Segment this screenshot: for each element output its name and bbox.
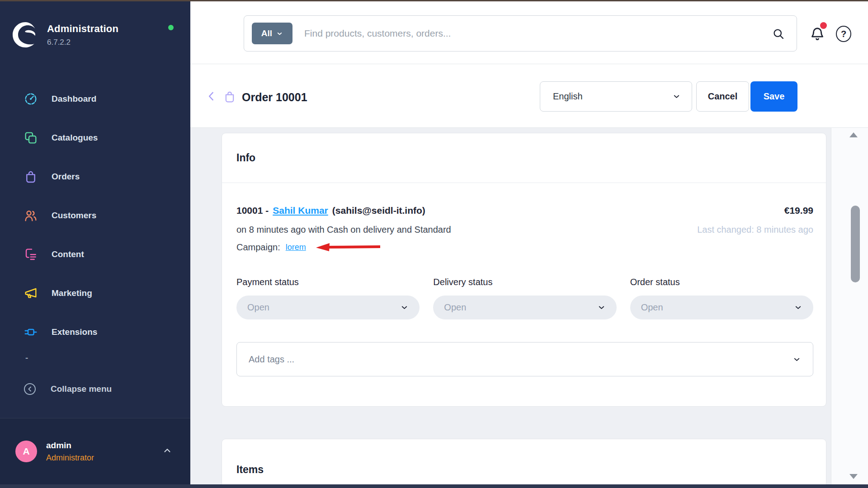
notifications-button[interactable] — [809, 26, 826, 43]
collapse-menu-button[interactable]: Collapse menu — [0, 377, 190, 401]
search-icon[interactable] — [772, 28, 785, 40]
gauge-icon — [24, 92, 38, 106]
shopware-logo — [11, 20, 40, 49]
sidebar-item-label: Marketing — [52, 288, 92, 298]
sidebar-item-label: Dashboard — [52, 94, 96, 104]
megaphone-icon — [24, 286, 38, 300]
tags-input[interactable] — [249, 354, 793, 365]
sidebar-item-label: Extensions — [52, 327, 97, 337]
global-search: All — [244, 15, 797, 52]
topbar: All ? — [190, 1, 868, 64]
payment-status-label: Payment status — [236, 277, 420, 287]
chevron-down-icon — [400, 303, 409, 312]
order-status-select[interactable]: Open — [630, 296, 813, 319]
content-icon — [24, 247, 38, 262]
info-card-header: Info — [222, 133, 826, 183]
sidebar-item-dashboard[interactable]: Dashboard — [0, 80, 190, 118]
sidebar-item-extensions[interactable]: Extensions — [0, 313, 190, 352]
chevron-down-icon — [793, 355, 801, 364]
tags-select[interactable] — [236, 342, 813, 376]
chevron-down-icon — [672, 92, 681, 101]
user-menu[interactable]: A admin Administrator — [0, 418, 190, 484]
payment-status-value: Open — [247, 302, 400, 313]
user-name: admin — [46, 441, 162, 450]
language-select[interactable]: English — [540, 81, 692, 112]
order-number: 10001 - — [236, 205, 269, 216]
user-role: Administrator — [46, 453, 162, 463]
sidebar-item-marketing[interactable]: Marketing — [0, 274, 190, 313]
sidebar-item-label: Catalogues — [52, 133, 98, 143]
order-status-label: Order status — [630, 277, 813, 287]
catalogues-icon — [24, 131, 38, 145]
sidebar-nav: Dashboard Catalogues Ord — [0, 80, 190, 352]
content-area: Info 10001 -Sahil Kumar(sahils@seidl-it.… — [190, 128, 868, 484]
info-card-title: Info — [236, 152, 255, 164]
page-header: Order 10001 English Cancel Save — [190, 64, 868, 128]
online-status-dot — [168, 25, 174, 30]
order-meta-line: on 8 minutes ago with Cash on delivery a… — [236, 223, 451, 236]
bag-icon — [24, 169, 38, 184]
red-arrow-annotation — [315, 242, 382, 252]
window-bottom-edge — [0, 484, 868, 488]
sidebar-item-orders[interactable]: Orders — [0, 157, 190, 196]
chevron-down-icon — [597, 303, 606, 312]
payment-status-select[interactable]: Open — [236, 296, 420, 319]
scrollbar-thumb[interactable] — [851, 206, 860, 282]
campaign-label: Campaign: — [236, 241, 280, 253]
sidebar-item-label: Orders — [52, 172, 80, 182]
app-title: Administration — [47, 23, 118, 35]
help-glyph: ? — [841, 29, 846, 39]
sidebar-item-content[interactable]: Content — [0, 235, 190, 274]
items-card-title: Items — [222, 439, 826, 476]
items-card: Items — [222, 439, 826, 484]
back-icon[interactable] — [206, 89, 217, 104]
help-button[interactable]: ? — [836, 26, 852, 43]
info-card: Info 10001 -Sahil Kumar(sahils@seidl-it.… — [222, 133, 826, 407]
app-version: 6.7.2.2 — [47, 38, 118, 47]
language-value: English — [553, 91, 672, 102]
order-bag-icon — [223, 90, 236, 103]
last-changed: Last changed: 8 minutes ago — [697, 223, 813, 236]
search-input[interactable] — [304, 28, 797, 39]
page-title: Order 10001 — [242, 91, 307, 104]
search-scope-label: All — [261, 28, 272, 38]
window-top-edge — [0, 0, 868, 1]
scroll-down-arrow[interactable] — [849, 474, 858, 479]
plug-icon — [24, 325, 38, 339]
order-status-value: Open — [641, 302, 794, 313]
sidebar-item-customers[interactable]: Customers — [0, 196, 190, 235]
cancel-button[interactable]: Cancel — [696, 81, 749, 112]
sidebar: Administration 6.7.2.2 Dashboard — [0, 1, 190, 484]
sidebar-item-catalogues[interactable]: Catalogues — [0, 118, 190, 157]
save-button[interactable]: Save — [750, 81, 797, 112]
sidebar-item-label: Customers — [52, 211, 96, 221]
delivery-status-value: Open — [444, 302, 597, 313]
scrollbar[interactable] — [831, 128, 868, 484]
scroll-up-arrow[interactable] — [849, 132, 858, 137]
users-icon — [24, 208, 38, 223]
customer-link[interactable]: Sahil Kumar — [273, 205, 328, 216]
chevron-down-icon — [794, 303, 802, 312]
help-icon: ? — [836, 26, 851, 42]
avatar: A — [15, 441, 37, 462]
app-logo-block: Administration 6.7.2.2 — [11, 20, 118, 49]
chevron-up-icon — [162, 446, 172, 457]
delivery-status-label: Delivery status — [433, 277, 616, 287]
sidebar-item-label: Content — [52, 249, 84, 259]
campaign-link[interactable]: lorem — [286, 241, 306, 253]
notification-badge — [820, 22, 827, 29]
customer-email: (sahils@seidl-it.info) — [332, 205, 425, 216]
order-summary-line: 10001 -Sahil Kumar(sahils@seidl-it.info) — [236, 204, 425, 217]
search-scope-dropdown[interactable]: All — [252, 23, 292, 44]
chevron-left-circle-icon — [23, 382, 37, 396]
chevron-down-icon — [276, 30, 283, 37]
sidebar-divider: - — [25, 353, 28, 363]
screen: Administration 6.7.2.2 Dashboard — [0, 0, 868, 488]
delivery-status-select[interactable]: Open — [433, 296, 616, 319]
order-amount: €19.99 — [784, 204, 813, 217]
collapse-menu-label: Collapse menu — [51, 384, 112, 394]
